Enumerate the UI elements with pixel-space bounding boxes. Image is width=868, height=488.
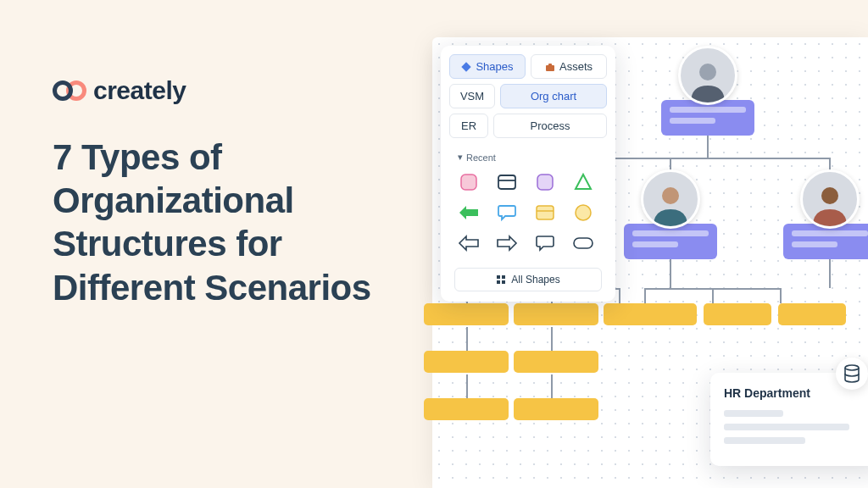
shape-card-outline[interactable] xyxy=(494,171,520,193)
recent-label-text: Recent xyxy=(466,152,496,163)
brand-logo: creately xyxy=(53,76,426,105)
category-vsm[interactable]: VSM xyxy=(449,84,495,108)
diamond-icon xyxy=(461,62,471,72)
briefcase-icon xyxy=(545,62,555,72)
shape-arrow-left-green[interactable] xyxy=(456,202,481,224)
svg-rect-7 xyxy=(461,175,476,190)
svg-point-2 xyxy=(662,187,679,204)
shape-speech-bubble-blue[interactable] xyxy=(494,202,520,224)
org-leaf-card[interactable] xyxy=(704,303,771,325)
svg-point-13 xyxy=(576,205,591,220)
shapes-panel: Shapes Assets VSM Org chart ER Process xyxy=(441,46,615,302)
org-leaf-card[interactable] xyxy=(514,351,598,373)
org-leaf-card[interactable] xyxy=(424,398,509,420)
svg-rect-15 xyxy=(497,275,500,279)
org-leaf-card[interactable] xyxy=(424,351,509,373)
svg-point-3 xyxy=(821,187,838,204)
svg-rect-8 xyxy=(498,175,515,189)
svg-point-19 xyxy=(845,365,859,370)
org-card xyxy=(783,224,868,259)
org-node[interactable] xyxy=(783,169,868,259)
svg-rect-5 xyxy=(546,65,554,71)
org-leaf-card[interactable] xyxy=(629,303,697,325)
page-title: 7 Types of Organizational Structures for… xyxy=(53,136,426,309)
tab-assets[interactable]: Assets xyxy=(531,54,607,79)
brand-name: creately xyxy=(93,76,186,105)
all-shapes-label: All Shapes xyxy=(511,274,559,286)
logo-mark-icon xyxy=(53,80,86,101)
shape-triangle-green[interactable] xyxy=(570,171,596,193)
caret-down-icon: ▾ xyxy=(458,152,463,163)
avatar xyxy=(678,46,737,105)
placeholder-line xyxy=(724,410,783,417)
tab-shapes[interactable]: Shapes xyxy=(449,54,526,79)
org-node[interactable] xyxy=(624,169,717,259)
org-card xyxy=(661,100,754,136)
org-card xyxy=(624,224,717,259)
org-leaf-card[interactable] xyxy=(778,303,846,325)
svg-rect-18 xyxy=(502,280,505,284)
svg-rect-17 xyxy=(497,280,500,284)
recent-section-header[interactable]: ▾ Recent xyxy=(449,143,607,168)
placeholder-line xyxy=(724,437,805,444)
org-leaf-card[interactable] xyxy=(424,303,509,325)
tab-label: Shapes xyxy=(476,60,513,73)
org-leaf-card[interactable] xyxy=(514,398,598,420)
all-shapes-button[interactable]: All Shapes xyxy=(454,268,602,291)
svg-rect-10 xyxy=(537,175,553,190)
shape-circle-yellow[interactable] xyxy=(570,202,596,224)
shape-arrow-right-outline[interactable] xyxy=(494,232,520,254)
svg-rect-11 xyxy=(537,206,554,219)
shape-arrow-left-outline[interactable] xyxy=(456,232,481,254)
shape-speech-bubble-outline[interactable] xyxy=(532,232,558,254)
pill-label: ER xyxy=(461,119,476,132)
category-er[interactable]: ER xyxy=(449,114,488,138)
grid-icon xyxy=(496,274,506,285)
org-node-top[interactable] xyxy=(661,46,754,136)
shape-card-yellow[interactable] xyxy=(532,202,558,224)
pill-label: Process xyxy=(531,119,570,132)
shape-rounded-square-pink[interactable] xyxy=(456,171,481,193)
category-orgchart[interactable]: Org chart xyxy=(500,84,607,108)
shape-rounded-square-purple[interactable] xyxy=(532,171,558,193)
svg-rect-14 xyxy=(574,238,593,248)
pill-label: Org chart xyxy=(531,90,576,103)
tab-label: Assets xyxy=(559,60,593,73)
editor-canvas[interactable]: Shapes Assets VSM Org chart ER Process xyxy=(432,37,868,488)
shape-pill-outline[interactable] xyxy=(570,232,596,254)
pill-label: VSM xyxy=(460,90,484,103)
detail-card[interactable]: HR Department xyxy=(710,373,868,466)
avatar xyxy=(641,169,700,229)
svg-point-0 xyxy=(699,64,716,80)
placeholder-line xyxy=(724,424,849,430)
svg-rect-6 xyxy=(548,64,552,66)
org-leaf-card[interactable] xyxy=(514,303,598,325)
svg-rect-4 xyxy=(462,62,471,71)
database-icon xyxy=(836,358,868,390)
avatar xyxy=(800,169,860,229)
svg-rect-16 xyxy=(502,275,505,279)
category-process[interactable]: Process xyxy=(493,114,607,138)
